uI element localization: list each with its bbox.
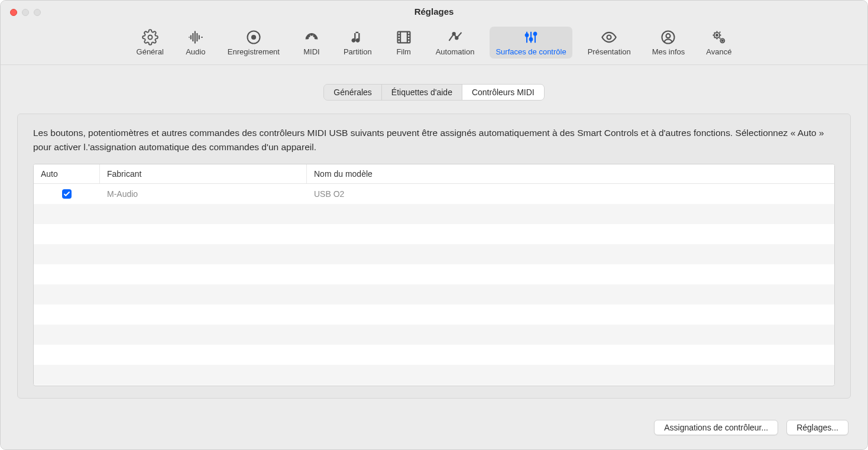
tab-general[interactable]: Général xyxy=(131,27,170,59)
svg-point-12 xyxy=(530,38,533,41)
table-body: M-Audio USB O2 xyxy=(34,184,834,386)
film-icon xyxy=(396,29,412,46)
svg-point-6 xyxy=(307,37,309,39)
tab-audio-label: Audio xyxy=(186,47,205,56)
preferences-toolbar: Général Audio Enregistrement MIDI Partit xyxy=(1,23,867,65)
table-row-empty xyxy=(34,244,834,264)
close-window-button[interactable] xyxy=(10,9,17,16)
tab-my-infos-label: Mes infos xyxy=(652,47,685,56)
svg-point-14 xyxy=(607,35,611,39)
tab-control-surfaces-label: Surfaces de contrôle xyxy=(495,47,566,56)
tab-presentation-label: Présentation xyxy=(588,47,631,56)
cell-maker: M-Audio xyxy=(100,189,307,199)
midi-controllers-table: Auto Fabricant Nom du modèle M-Audio USB… xyxy=(33,164,835,386)
tab-film[interactable]: Film xyxy=(387,27,420,59)
table-row-empty xyxy=(34,284,834,305)
tab-recording[interactable]: Enregistrement xyxy=(222,27,286,59)
column-header-model[interactable]: Nom du modèle xyxy=(307,164,834,183)
table-row-empty xyxy=(34,264,834,284)
window-title: Réglages xyxy=(414,7,454,17)
svg-point-3 xyxy=(311,34,313,35)
tab-presentation[interactable]: Présentation xyxy=(582,27,637,59)
svg-point-13 xyxy=(534,33,537,35)
tab-audio[interactable]: Audio xyxy=(179,27,212,59)
user-icon xyxy=(660,29,676,46)
tab-automation[interactable]: Automation xyxy=(430,27,481,59)
tab-advanced-label: Avancé xyxy=(706,47,731,56)
tab-partition[interactable]: Partition xyxy=(338,27,378,59)
svg-point-0 xyxy=(148,35,152,39)
footer-buttons: Assignations de contrôleur... Réglages..… xyxy=(17,420,851,435)
table-row-empty xyxy=(34,305,834,325)
tab-recording-label: Enregistrement xyxy=(228,47,280,56)
maximize-window-button[interactable] xyxy=(34,9,41,16)
record-icon xyxy=(245,29,262,46)
table-row-empty xyxy=(34,365,834,385)
svg-point-10 xyxy=(455,37,458,39)
waveform-icon xyxy=(187,29,204,46)
midi-icon xyxy=(303,29,320,46)
table-row-empty xyxy=(34,204,834,224)
svg-point-16 xyxy=(666,34,671,38)
table-row[interactable]: M-Audio USB O2 xyxy=(34,184,834,204)
panel-description: Les boutons, potentiomètres et autres co… xyxy=(33,126,835,154)
column-header-maker[interactable]: Fabricant xyxy=(100,164,307,183)
titlebar: Réglages xyxy=(1,1,867,23)
tab-advanced[interactable]: Avancé xyxy=(700,27,737,59)
table-row-empty xyxy=(34,345,834,365)
tab-control-surfaces[interactable]: Surfaces de contrôle xyxy=(490,27,572,59)
tab-film-label: Film xyxy=(396,47,411,56)
subtab-midi-controllers[interactable]: Contrôleurs MIDI xyxy=(462,85,544,100)
tab-automation-label: Automation xyxy=(436,47,475,56)
tab-my-infos[interactable]: Mes infos xyxy=(646,27,691,59)
svg-point-4 xyxy=(308,35,310,37)
svg-point-11 xyxy=(526,34,529,37)
settings-button[interactable]: Réglages... xyxy=(786,420,848,435)
tab-midi-label: MIDI xyxy=(303,47,319,56)
gear-icon xyxy=(142,29,158,46)
subtab-general[interactable]: Générales xyxy=(324,85,382,100)
controller-assignments-button[interactable]: Assignations de contrôleur... xyxy=(654,420,778,435)
traffic-lights xyxy=(10,9,41,16)
svg-point-7 xyxy=(315,37,317,39)
eye-icon xyxy=(601,29,617,46)
svg-point-2 xyxy=(251,35,256,40)
auto-checkbox[interactable] xyxy=(62,189,72,199)
column-header-auto[interactable]: Auto xyxy=(34,164,100,183)
svg-point-20 xyxy=(722,40,723,41)
table-header: Auto Fabricant Nom du modèle xyxy=(34,164,834,184)
midi-controllers-panel: Les boutons, potentiomètres et autres co… xyxy=(17,114,851,399)
content-area: Générales Étiquettes d'aide Contrôleurs … xyxy=(1,65,867,449)
music-note-icon xyxy=(349,29,366,46)
svg-point-5 xyxy=(313,35,315,37)
svg-point-18 xyxy=(716,34,718,36)
subtab-help-labels[interactable]: Étiquettes d'aide xyxy=(382,85,462,100)
minimize-window-button[interactable] xyxy=(22,9,29,16)
automation-icon xyxy=(447,29,464,46)
tab-general-label: Général xyxy=(137,47,164,56)
svg-point-9 xyxy=(452,33,455,35)
gears-icon xyxy=(711,29,727,46)
table-row-empty xyxy=(34,224,834,244)
sliders-icon xyxy=(523,29,539,46)
cell-model: USB O2 xyxy=(307,189,834,199)
settings-window: Réglages Général Audio Enregistrement xyxy=(0,0,868,450)
table-row-empty xyxy=(34,325,834,345)
subtab-segmented-control: Générales Étiquettes d'aide Contrôleurs … xyxy=(17,84,851,101)
tab-midi[interactable]: MIDI xyxy=(295,27,328,59)
tab-partition-label: Partition xyxy=(344,47,372,56)
